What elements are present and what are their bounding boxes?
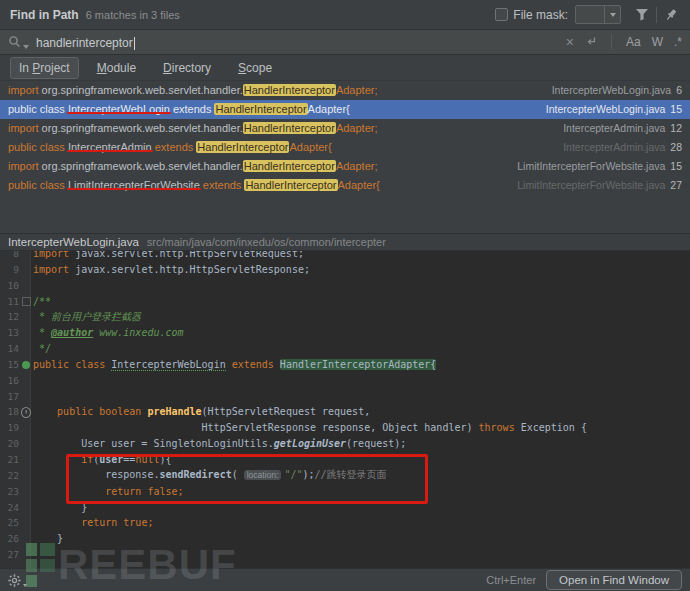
code-line: 21 if(user==null){ <box>0 452 690 468</box>
find-in-path-dialog: Find in Path 6 matches in 3 files File m… <box>0 0 690 591</box>
override-gutter-icon[interactable] <box>21 404 31 420</box>
search-icon[interactable] <box>8 35 29 49</box>
code-text: * 前台用户登录拦截器 <box>31 309 141 325</box>
code-text: /** <box>31 294 51 310</box>
page-title: Find in Path <box>10 8 79 22</box>
code-line: 20 User user = SingletonLoginUtils.getLo… <box>0 436 690 452</box>
gutter-spacer <box>21 468 31 484</box>
match-summary: 6 matches in 3 files <box>86 9 180 21</box>
preview-filename: IntercepterWebLogin.java <box>8 236 139 248</box>
code-line: 26 } <box>0 531 690 547</box>
code-line: 12 * 前台用户登录拦截器 <box>0 309 690 325</box>
chevron-down-icon[interactable] <box>604 6 620 23</box>
code-line: 10 <box>0 278 690 294</box>
gutter-spacer <box>21 436 31 452</box>
code-text: import javax.servlet.http.HttpServletReq… <box>31 251 304 262</box>
code-line: 23 return false; <box>0 484 690 500</box>
result-row[interactable]: public class IntercepterWebLogin extends… <box>0 100 690 119</box>
code-text: return false; <box>31 484 184 500</box>
file-mask-checkbox[interactable] <box>495 8 508 21</box>
code-preview-editor[interactable]: 8import javax.servlet.http.HttpServletRe… <box>0 251 690 568</box>
code-text: if(user==null){ <box>31 452 172 468</box>
gutter-spacer <box>21 484 31 500</box>
match-case-toggle[interactable]: Aa <box>626 35 641 49</box>
result-row[interactable]: public class LimitIntercepterForWebsite … <box>0 176 690 195</box>
newline-icon[interactable] <box>585 35 597 50</box>
gutter-spacer <box>21 341 31 357</box>
gutter-spacer <box>21 389 31 405</box>
gutter-spacer <box>21 325 31 341</box>
open-in-find-window-button[interactable]: Open in Find Window <box>546 570 682 590</box>
result-text: public class IntercepterWebLogin extends… <box>8 100 350 119</box>
tab-in-project[interactable]: In Project <box>10 57 79 79</box>
line-number: 14 <box>0 341 21 357</box>
code-text: response.sendRedirect( location:"/");//跳… <box>31 467 387 484</box>
search-input[interactable]: handlerinterceptor <box>36 33 135 51</box>
tab-module[interactable]: Module <box>88 57 145 79</box>
gutter-spacer <box>21 278 31 294</box>
code-line: 13 * @author www.inxedu.com <box>0 325 690 341</box>
code-line: 9import javax.servlet.http.HttpServletRe… <box>0 262 690 278</box>
line-number: 17 <box>0 389 21 405</box>
line-number: 24 <box>0 500 21 516</box>
close-icon[interactable]: × <box>566 37 574 47</box>
result-file-ref: LimitIntercepterForWebsite.java15 <box>505 157 682 176</box>
tab-directory[interactable]: Directory <box>154 57 220 79</box>
class-gutter-icon[interactable] <box>21 357 31 373</box>
code-line: 14 */ <box>0 341 690 357</box>
text-caret <box>134 37 135 50</box>
gutter-spacer <box>21 452 31 468</box>
code-line: 17 <box>0 389 690 405</box>
file-mask-label: File mask: <box>513 8 568 22</box>
gutter-spacer <box>21 262 31 278</box>
search-query-text: handlerinterceptor <box>36 36 133 50</box>
code-text: return true; <box>31 515 153 531</box>
result-row[interactable]: import org.springframework.web.servlet.h… <box>0 119 690 138</box>
line-number: 11 <box>0 294 21 310</box>
result-row[interactable]: public class IntercepterAdmin extends Ha… <box>0 138 690 157</box>
line-number: 18 <box>0 404 21 420</box>
line-number: 23 <box>0 484 21 500</box>
line-number: 10 <box>0 278 21 294</box>
preview-filepath: src/main/java/com/inxedu/os/common/inter… <box>147 236 386 248</box>
file-mask-combo[interactable] <box>575 5 621 24</box>
file-mask-combo-value <box>576 6 604 23</box>
dialog-footer: Ctrl+Enter Open in Find Window <box>0 568 690 591</box>
gutter-spacer <box>21 531 31 547</box>
line-number: 27 <box>0 547 21 563</box>
line-number: 20 <box>0 436 21 452</box>
toolbar-separator <box>656 7 657 23</box>
result-text: import org.springframework.web.servlet.h… <box>8 119 377 138</box>
result-text: import org.springframework.web.servlet.h… <box>8 81 377 100</box>
line-number: 13 <box>0 325 21 341</box>
regex-toggle[interactable]: .* <box>674 35 682 49</box>
code-line: 24 } <box>0 500 690 516</box>
filter-icon[interactable] <box>631 4 653 26</box>
line-number: 12 <box>0 309 21 325</box>
pin-icon[interactable] <box>660 4 682 26</box>
result-row[interactable]: import org.springframework.web.servlet.h… <box>0 81 690 100</box>
fold-gutter-icon[interactable] <box>21 294 31 310</box>
code-line: 11/** <box>0 294 690 310</box>
result-text: import org.springframework.web.servlet.h… <box>8 157 377 176</box>
result-row[interactable]: import org.springframework.web.servlet.h… <box>0 157 690 176</box>
line-number: 26 <box>0 531 21 547</box>
scope-tabs: In Project Module Directory Scope <box>0 55 690 81</box>
gutter-spacer <box>21 547 31 563</box>
tab-scope[interactable]: Scope <box>229 57 281 79</box>
code-line: 16 <box>0 373 690 389</box>
result-file-ref: LimitIntercepterForWebsite.java27 <box>505 176 682 195</box>
code-line: 25 return true; <box>0 515 690 531</box>
result-text: public class IntercepterAdmin extends Ha… <box>8 138 332 157</box>
code-text: import javax.servlet.http.HttpServletRes… <box>31 262 310 278</box>
words-toggle[interactable]: W <box>652 35 663 49</box>
line-number: 19 <box>0 420 21 436</box>
gutter-spacer <box>21 309 31 325</box>
line-number: 22 <box>0 468 21 484</box>
code-line: 19 HttpServletResponse response, Object … <box>0 420 690 436</box>
line-number: 16 <box>0 373 21 389</box>
line-number: 21 <box>0 452 21 468</box>
gutter-spacer <box>21 515 31 531</box>
gear-icon[interactable] <box>8 574 27 587</box>
dialog-titlebar: Find in Path 6 matches in 3 files File m… <box>0 0 690 29</box>
